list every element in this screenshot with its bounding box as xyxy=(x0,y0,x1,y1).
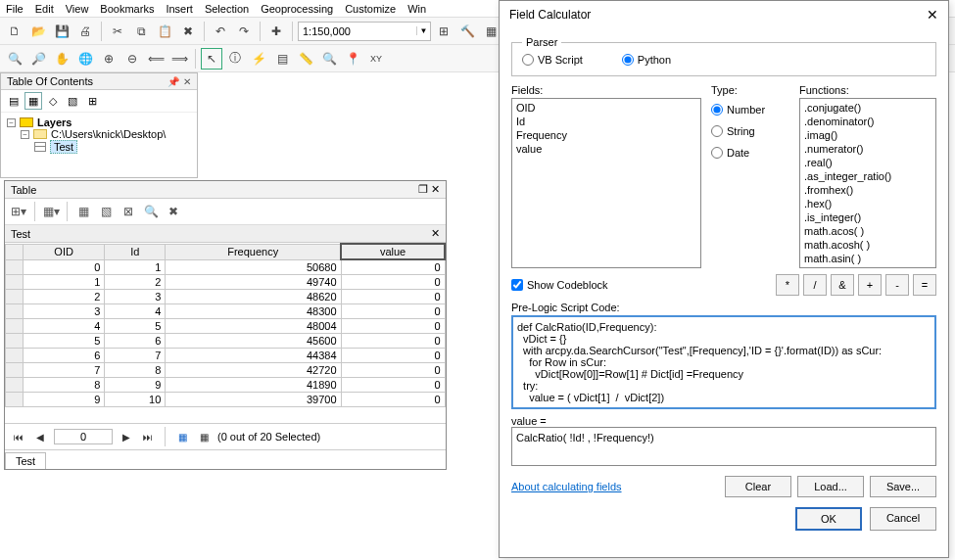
cell[interactable]: 6 xyxy=(24,349,105,363)
table-row[interactable]: 89418900 xyxy=(6,378,446,393)
cell[interactable]: 0 xyxy=(341,304,445,319)
list-item[interactable]: .imag() xyxy=(804,128,931,142)
cell[interactable]: 41890 xyxy=(166,378,341,393)
paste-icon[interactable]: 📋 xyxy=(154,21,175,42)
op-concat[interactable]: & xyxy=(831,274,854,296)
cell[interactable]: 4 xyxy=(105,304,166,319)
cell[interactable]: 9 xyxy=(24,393,105,407)
delete-selected-icon[interactable]: ✖ xyxy=(164,202,183,221)
cell[interactable]: 0 xyxy=(341,378,445,393)
op-multiply[interactable]: * xyxy=(776,274,799,296)
prev-record-icon[interactable]: ◀ xyxy=(32,429,48,444)
table-row[interactable]: 12497400 xyxy=(6,275,446,290)
close-icon[interactable]: ✕ xyxy=(431,183,440,195)
measure-icon[interactable]: 📏 xyxy=(295,48,316,70)
list-item[interactable]: Frequency xyxy=(516,128,696,142)
cell[interactable]: 44384 xyxy=(166,349,341,363)
op-equals[interactable]: = xyxy=(913,274,936,296)
menu-bookmarks[interactable]: Bookmarks xyxy=(100,3,154,15)
toolbox-icon[interactable]: 🔨 xyxy=(456,21,478,42)
cell[interactable]: 1 xyxy=(105,259,166,275)
zoom-selected-icon[interactable]: 🔍 xyxy=(141,202,161,221)
save-icon[interactable]: 💾 xyxy=(51,21,72,42)
select-elements-icon[interactable]: ↖ xyxy=(201,48,222,70)
list-item[interactable]: .denominator() xyxy=(804,115,931,128)
prelogic-code-input[interactable] xyxy=(511,315,936,409)
menu-view[interactable]: View xyxy=(66,3,89,15)
list-item[interactable]: .as_integer_ratio() xyxy=(804,169,931,183)
cell[interactable]: 0 xyxy=(24,259,105,275)
cell[interactable]: 9 xyxy=(105,378,166,393)
table-row[interactable]: 34483000 xyxy=(6,304,446,319)
add-data-icon[interactable]: ✚ xyxy=(265,21,287,42)
list-item[interactable]: .numerator() xyxy=(804,142,931,156)
cell[interactable]: 0 xyxy=(341,259,445,275)
cell[interactable]: 1 xyxy=(24,275,105,290)
menu-window[interactable]: Win xyxy=(407,3,426,15)
col-oid[interactable]: OID xyxy=(24,244,105,259)
load-button[interactable]: Load... xyxy=(797,476,864,497)
table-options-icon[interactable]: ⊞▾ xyxy=(9,202,28,221)
fields-listbox[interactable]: OIDIdFrequencyvalue xyxy=(511,98,701,268)
col-rowhead[interactable] xyxy=(6,244,24,259)
tree-folder[interactable]: − C:\Users\knick\Desktop\ xyxy=(21,128,191,140)
cell[interactable]: 6 xyxy=(105,334,166,349)
go-to-xy-icon[interactable]: XY xyxy=(365,48,387,70)
close-icon[interactable]: ✕ xyxy=(431,227,440,240)
clear-selection-icon[interactable]: ⊠ xyxy=(119,202,138,221)
menu-edit[interactable]: Edit xyxy=(35,3,54,15)
list-item[interactable]: .hex() xyxy=(804,197,931,210)
table-row[interactable]: 45480040 xyxy=(6,319,446,334)
delete-icon[interactable]: ✖ xyxy=(177,21,199,42)
op-minus[interactable]: - xyxy=(885,274,909,296)
table-grid-scroll[interactable]: OID Id Frequency value 01506800 12497400… xyxy=(5,243,446,423)
related-tables-icon[interactable]: ▦▾ xyxy=(41,202,61,221)
pan-icon[interactable]: ✋ xyxy=(51,48,72,70)
full-extent-icon[interactable]: 🌐 xyxy=(74,48,96,70)
list-item[interactable]: .is_integer() xyxy=(804,210,931,224)
cell[interactable]: 49740 xyxy=(166,275,341,290)
col-id[interactable]: Id xyxy=(105,244,166,259)
cell[interactable]: 0 xyxy=(341,334,445,349)
select-by-attr-icon[interactable]: ▦ xyxy=(73,202,93,221)
table-row[interactable]: 78427200 xyxy=(6,363,446,378)
cell[interactable]: 50680 xyxy=(166,259,341,275)
list-item[interactable]: math.acos( ) xyxy=(804,224,931,238)
cell[interactable]: 8 xyxy=(24,378,105,393)
tree-root[interactable]: − Layers xyxy=(7,117,191,128)
pin-icon[interactable]: 📌 xyxy=(167,76,179,87)
list-by-visibility-icon[interactable]: ◇ xyxy=(44,92,62,110)
close-icon[interactable]: ✕ xyxy=(927,7,938,23)
parser-python-radio[interactable]: Python xyxy=(622,54,671,66)
cell[interactable]: 0 xyxy=(341,319,445,334)
op-divide[interactable]: / xyxy=(803,274,827,296)
op-plus[interactable]: + xyxy=(858,274,882,296)
open-icon[interactable]: 📂 xyxy=(27,21,49,42)
col-value[interactable]: value xyxy=(341,244,445,259)
table-row[interactable]: 23486200 xyxy=(6,290,446,304)
table-row[interactable]: 67443840 xyxy=(6,349,446,363)
cell[interactable]: 8 xyxy=(105,363,166,378)
forward-extent-icon[interactable]: ⟹ xyxy=(168,48,190,70)
new-icon[interactable]: 🗋 xyxy=(4,21,25,42)
options-icon[interactable]: ⊞ xyxy=(83,92,101,110)
zoom-out-icon[interactable]: 🔎 xyxy=(27,48,49,70)
cell[interactable]: 7 xyxy=(24,363,105,378)
menu-selection[interactable]: Selection xyxy=(205,3,249,15)
expression-input[interactable] xyxy=(511,427,936,466)
type-number-radio[interactable]: Number xyxy=(711,104,789,116)
copy-icon[interactable]: ⧉ xyxy=(130,21,152,42)
menu-customize[interactable]: Customize xyxy=(345,3,396,15)
find-route-icon[interactable]: 📍 xyxy=(342,48,363,70)
close-icon[interactable]: ✕ xyxy=(183,76,191,87)
menu-geoprocessing[interactable]: Geoprocessing xyxy=(261,3,333,15)
cut-icon[interactable]: ✂ xyxy=(107,21,128,42)
tab-test[interactable]: Test xyxy=(5,452,46,469)
table-row[interactable]: 56456000 xyxy=(6,334,446,349)
tree-table[interactable]: Test xyxy=(34,140,191,154)
scale-input[interactable] xyxy=(299,25,416,37)
list-item[interactable]: math.acosh( ) xyxy=(804,238,931,252)
scale-combo[interactable]: ▼ xyxy=(298,22,431,41)
about-link[interactable]: About calculating fields xyxy=(511,481,622,492)
zoom-in-icon[interactable]: 🔍 xyxy=(4,48,25,70)
